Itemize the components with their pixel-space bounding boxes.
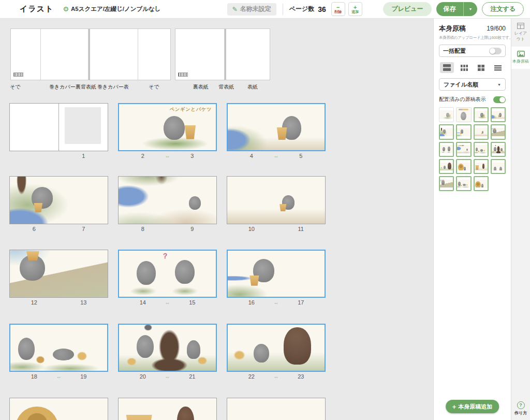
- pencil-icon: ✎: [232, 6, 238, 13]
- spread-illustration: ？: [118, 250, 217, 298]
- manuscript-thumbnail[interactable]: [474, 159, 489, 174]
- manuscript-thumbnail[interactable]: [474, 142, 489, 157]
- delete-page-button[interactable]: 削除: [331, 2, 345, 16]
- spread-illustration: [227, 324, 326, 372]
- page-number-left: 4: [250, 153, 253, 159]
- help-button[interactable]: 作り方: [511, 401, 530, 416]
- view-large-grid-button[interactable]: [440, 62, 454, 73]
- view-list-button[interactable]: [491, 63, 505, 73]
- minus-icon: [336, 5, 340, 10]
- manuscript-thumbnail[interactable]: [474, 107, 489, 122]
- manuscript-thumbnail[interactable]: [456, 107, 471, 122]
- page-spread[interactable]: 8 9: [118, 176, 217, 233]
- manuscript-thumbnail[interactable]: [439, 142, 454, 157]
- spread-row: 1 ペンギンとバケツ 2 3: [9, 103, 326, 160]
- page-spread[interactable]: 20 21: [118, 324, 217, 381]
- page-spread[interactable]: 4 5: [227, 103, 326, 160]
- manuscript-thumbnail[interactable]: [474, 176, 489, 191]
- page-number-left: 10: [248, 226, 255, 232]
- page-spread[interactable]: 10 11: [227, 176, 326, 233]
- spread-link-icon: [165, 153, 170, 159]
- save-button-group: 保存: [436, 2, 478, 16]
- manuscript-thumbnail[interactable]: [439, 107, 454, 122]
- manuscript-thumbnail[interactable]: [439, 124, 454, 139]
- add-manuscript-button[interactable]: 本身原稿追加: [446, 400, 499, 413]
- page-number-row: 12 13: [9, 299, 108, 307]
- help-label: 作り方: [511, 410, 530, 416]
- spread-illustration: [227, 250, 326, 298]
- spread-illustration: [9, 398, 108, 420]
- manuscript-thumbnail[interactable]: [491, 142, 506, 157]
- page-spread[interactable]: [9, 398, 108, 420]
- manuscript-thumbnail[interactable]: [474, 124, 489, 139]
- manuscript-thumbnail[interactable]: [439, 176, 454, 191]
- save-button[interactable]: 保存: [436, 2, 463, 16]
- order-button[interactable]: 注文する: [482, 2, 524, 16]
- batch-place-control[interactable]: 一括配置: [439, 45, 506, 57]
- tab-layout[interactable]: レイアウト: [511, 19, 530, 47]
- rename-button[interactable]: ✎ 名称未設定: [227, 3, 276, 16]
- manuscript-thumbnail[interactable]: [439, 159, 454, 174]
- rename-label: 名称未設定: [240, 5, 271, 13]
- show-placed-control: 配置済みの原稿表示: [439, 96, 506, 103]
- manuscript-thumbnail[interactable]: [456, 159, 471, 174]
- add-page-button[interactable]: 追加: [348, 2, 362, 16]
- page-spread[interactable]: 22 23: [227, 324, 326, 381]
- cover-panel-jacket-front[interactable]: [90, 29, 138, 80]
- plus-icon: [354, 5, 357, 10]
- spread-link-icon: [274, 153, 279, 159]
- manuscript-thumbnail[interactable]: [491, 124, 506, 139]
- question-icon: [517, 401, 525, 409]
- page-spread[interactable]: 18 19: [9, 324, 108, 381]
- page-count-value: 36: [318, 5, 326, 13]
- cover-panel-front[interactable]: [226, 29, 270, 80]
- toggle-knob: [490, 48, 495, 54]
- cover-label: 背表紙: [218, 83, 234, 91]
- manuscript-thumbnail[interactable]: [456, 142, 471, 157]
- spread-illustration: [118, 398, 217, 420]
- show-placed-toggle[interactable]: [493, 96, 506, 103]
- manuscript-thumbnail[interactable]: [491, 159, 506, 174]
- spread-link-icon: [165, 300, 170, 306]
- page-spread[interactable]: 16 17: [227, 250, 326, 307]
- page-spread[interactable]: ？ 14 15: [118, 250, 217, 307]
- book-spec-label: A5スクエア/左綴じ/ノンブルなし: [71, 5, 161, 13]
- thumbnail-illustration: [457, 180, 470, 188]
- page-number-left: 8: [141, 226, 144, 232]
- page-spread[interactable]: [118, 398, 217, 420]
- manuscript-thumbnail[interactable]: [456, 176, 471, 191]
- cover-panel-back[interactable]: [175, 29, 225, 80]
- save-dropdown-button[interactable]: [463, 2, 478, 16]
- page-number-right: 11: [298, 226, 304, 232]
- page-number-left: 12: [31, 299, 37, 306]
- spread-link-icon: [274, 300, 279, 306]
- spread-illustration: [9, 324, 108, 372]
- page-spread[interactable]: ペンギンとバケツ 2 3: [118, 103, 217, 160]
- view-quad-grid-button[interactable]: [475, 63, 488, 73]
- manuscript-thumbnail[interactable]: [491, 107, 506, 122]
- cover-panel-jacket-back[interactable]: [41, 29, 89, 80]
- page-spread[interactable]: [227, 398, 326, 420]
- page-spread[interactable]: 12 13: [9, 250, 108, 307]
- manuscript-thumbnail[interactable]: [456, 124, 471, 139]
- sort-order-dropdown[interactable]: ファイル名順: [439, 78, 506, 91]
- tab-manuscript[interactable]: 本身原稿: [511, 47, 530, 69]
- thumbnail-illustration: [475, 145, 488, 153]
- batch-place-toggle[interactable]: [489, 48, 502, 54]
- page-number-right: 15: [189, 299, 195, 306]
- page-number-left: 14: [140, 299, 146, 306]
- book-spec-button[interactable]: ⚙ A5スクエア/左綴じ/ノンブルなし: [63, 5, 160, 13]
- page-number-right: 19: [80, 373, 86, 380]
- page-spread[interactable]: 6 7: [9, 176, 108, 233]
- gear-icon: ⚙: [63, 6, 69, 12]
- cover-panel-sleeve-right[interactable]: [138, 29, 170, 80]
- thumbnail-illustration: [492, 163, 505, 171]
- page-number-row: 14 15: [118, 299, 217, 307]
- page-spread[interactable]: 1: [9, 103, 108, 160]
- cover-panel-sleeve-left[interactable]: [11, 29, 41, 80]
- view-small-grid-button[interactable]: [458, 63, 471, 73]
- spread-link-icon: [274, 374, 279, 380]
- page-number-row: 2 3: [118, 153, 217, 160]
- spread-illustration: [227, 176, 326, 224]
- preview-button[interactable]: プレビュー: [383, 2, 431, 16]
